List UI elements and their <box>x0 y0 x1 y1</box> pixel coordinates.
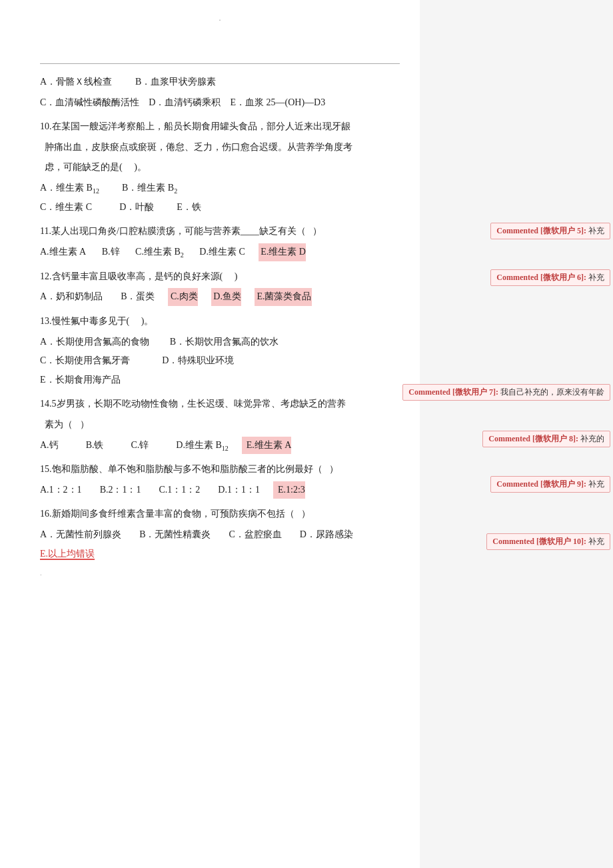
top-dot: . <box>40 13 400 23</box>
comment-box-9: Commented [微软用户 9]: 补充 <box>490 476 610 493</box>
comment-box-8: Commented [微软用户 8]: 补充的 <box>482 431 610 447</box>
comment-7-value: 我自己补充的，原来没有年龄 <box>500 387 604 397</box>
q9-line1: A．骨骼Ｘ线检查 B．血浆甲状旁腺素 <box>40 73 400 91</box>
comment-6-value: 补充 <box>588 273 604 282</box>
q15-optB: B.2：1：1 <box>95 481 141 499</box>
q12-optD: D.鱼类 <box>211 288 241 306</box>
q13-optD: D．特殊职业环境 <box>143 352 234 370</box>
q13-text: 13.慢性氟中毒多见于( )。 <box>40 313 400 331</box>
comment-8-value: 补充的 <box>580 434 604 443</box>
q13-options-row3: E．长期食用海产品 <box>40 371 400 389</box>
comment-8-label: Commented [微软用户 8]: <box>488 434 578 443</box>
q9-line2: C．血清碱性磷酸酶活性 D．血清钙磷乘积 E．血浆 25—(OH)—D3 <box>40 94 400 112</box>
q10-options-row2: C．维生素 C D．叶酸 E．铁 <box>40 199 400 217</box>
comment-box-10: Commented [微软用户 10]: 补充 <box>486 533 610 550</box>
q10-text2: 肿痛出血，皮肤瘀点或瘀斑，倦怠、乏力，伤口愈合迟缓。从营养学角度考 <box>40 139 400 157</box>
q13-optE: E．长期食用海产品 <box>40 371 121 389</box>
q11-optD: D.维生素 C <box>197 243 245 261</box>
q11-optA: A.维生素 A <box>40 243 86 261</box>
right-comment-panel: Commented [微软用户 5]: 补充 Commented [微软用户 6… <box>420 0 613 868</box>
q10-optB: B．维生素 B2 <box>113 179 177 197</box>
q13-options-row1: A．长期使用含氟高的食物 B．长期饮用含氟高的饮水 <box>40 333 400 351</box>
q12-options: A．奶和奶制品 B．蛋类 C.肉类 D.鱼类 E.菌藻类食品 <box>40 288 400 306</box>
question-14: 14.5岁男孩，长期不吃动物性食物，生长迟缓、味觉异常、考虑缺乏的营养 素为（ … <box>40 395 400 454</box>
q14-options: A.钙 B.铁 C.锌 D.维生素 B12 E.维生素 A <box>40 437 400 455</box>
q13-optC: C．长期使用含氟牙膏 <box>40 352 130 370</box>
q14-text: 14.5岁男孩，长期不吃动物性食物，生长迟缓、味觉异常、考虑缺乏的营养 <box>40 395 400 413</box>
q15-optE: E.1:2:3 <box>273 481 305 499</box>
q15-optC: C.1：1：2 <box>154 481 200 499</box>
q13-optA: A．长期使用含氟高的食物 <box>40 333 149 351</box>
q12-optB: B．蛋类 <box>116 288 155 306</box>
q16-optE: E.以上均错误 <box>40 549 95 560</box>
bottom-dot: . <box>40 569 400 577</box>
q14-optC: C.锌 <box>117 437 149 455</box>
comment-10-label: Commented [微软用户 10]: <box>492 537 586 546</box>
q16-options-row1: A．无菌性前列腺炎 B．无菌性精囊炎 C．盆腔瘀血 D．尿路感染 <box>40 526 400 544</box>
q10-optC: C．维生素 C <box>40 199 92 217</box>
q14-optB: B.铁 <box>72 437 104 455</box>
comment-5-label: Commented [微软用户 5]: <box>496 226 586 235</box>
main-content: . A．骨骼Ｘ线检查 B．血浆甲状旁腺素 C．血清碱性磷酸酶活性 D．血清钙磷乘… <box>0 0 420 868</box>
q16-text: 16.新婚期间多食纤维素含量丰富的食物，可预防疾病不包括（ ） <box>40 505 400 523</box>
question-12: 12.含钙量丰富且吸收率高，是钙的良好来源( ) A．奶和奶制品 B．蛋类 C.… <box>40 268 400 306</box>
q13-options-row2: C．长期使用含氟牙膏 D．特殊职业环境 <box>40 352 400 370</box>
comment-box-6: Commented [微软用户 6]: 补充 <box>490 269 610 286</box>
question-16: 16.新婚期间多食纤维素含量丰富的食物，可预防疾病不包括（ ） A．无菌性前列腺… <box>40 505 400 561</box>
q16-optA: A．无菌性前列腺炎 <box>40 526 121 544</box>
question-13: 13.慢性氟中毒多见于( )。 A．长期使用含氟高的食物 B．长期饮用含氟高的饮… <box>40 313 400 389</box>
question-15: 15.饱和脂肪酸、单不饱和脂肪酸与多不饱和脂肪酸三者的比例最好（ ） A.1：2… <box>40 461 400 499</box>
q11-optC: C.维生素 B2 <box>133 243 184 261</box>
q15-optA: A.1：2：1 <box>40 481 82 499</box>
comment-9-label: Commented [微软用户 9]: <box>496 479 586 489</box>
q14-text2: 素为（ ） <box>40 416 400 434</box>
q15-options: A.1：2：1 B.2：1：1 C.1：1：2 D.1：1：1 E.1:2:3 <box>40 481 400 499</box>
q12-optE: E.菌藻类食品 <box>255 288 312 306</box>
q11-optE: E.维生素 D <box>259 243 306 261</box>
q12-optA: A．奶和奶制品 <box>40 288 103 306</box>
q12-text: 12.含钙量丰富且吸收率高，是钙的良好来源( ) <box>40 268 400 286</box>
q14-optD: D.维生素 B12 <box>162 437 228 455</box>
q12-optC: C.肉类 <box>168 288 197 306</box>
question-11: 11.某人出现口角炎/口腔粘膜溃疡，可能与营养素____缺乏有关（ ） A.维生… <box>40 223 400 261</box>
q15-text: 15.饱和脂肪酸、单不饱和脂肪酸与多不饱和脂肪酸三者的比例最好（ ） <box>40 461 400 479</box>
q16-optD: D．尿路感染 <box>295 526 353 544</box>
q10-optE: E．铁 <box>167 199 201 217</box>
q13-optB: B．长期饮用含氟高的饮水 <box>163 333 279 351</box>
question-9-options: A．骨骼Ｘ线检查 B．血浆甲状旁腺素 C．血清碱性磷酸酶活性 D．血清钙磷乘积 … <box>40 73 400 111</box>
comment-7-label: Commented [微软用户 7]: <box>408 387 498 397</box>
top-divider <box>40 63 400 64</box>
q10-text3: 虑，可能缺乏的是( )。 <box>40 159 400 177</box>
question-10: 10.在某国一艘远洋考察船上，船员长期食用罐头食品，部分人近来出现牙龈 肿痛出血… <box>40 118 400 216</box>
comment-box-7: Commented [微软用户 7]: 我自己补充的，原来没有年龄 <box>402 384 610 401</box>
comment-6-label: Commented [微软用户 6]: <box>496 273 586 282</box>
comment-box-5: Commented [微软用户 5]: 补充 <box>490 223 610 239</box>
comment-5-value: 补充 <box>588 226 604 235</box>
q16-optB: B．无菌性精囊炎 <box>135 526 211 544</box>
q11-optB: B.锌 <box>99 243 119 261</box>
q11-options: A.维生素 A B.锌 C.维生素 B2 D.维生素 C E.维生素 D <box>40 243 400 261</box>
q11-text: 11.某人出现口角炎/口腔粘膜溃疡，可能与营养素____缺乏有关（ ） <box>40 223 400 241</box>
comment-9-value: 补充 <box>588 479 604 489</box>
q14-optE: E.维生素 A <box>242 437 292 455</box>
q15-optD: D.1：1：1 <box>213 481 260 499</box>
q16-optC: C．盆腔瘀血 <box>224 526 281 544</box>
q10-options-row1: A．维生素 B12 B．维生素 B2 <box>40 179 400 197</box>
q10-optA: A．维生素 B12 <box>40 179 99 197</box>
q10-text: 10.在某国一艘远洋考察船上，船员长期食用罐头食品，部分人近来出现牙龈 <box>40 118 400 136</box>
comment-10-value: 补充 <box>588 537 604 546</box>
q14-optA: A.钙 <box>40 437 59 455</box>
q10-optD: D．叶酸 <box>105 199 154 217</box>
q16-optE-row: E.以上均错误 <box>40 545 400 562</box>
